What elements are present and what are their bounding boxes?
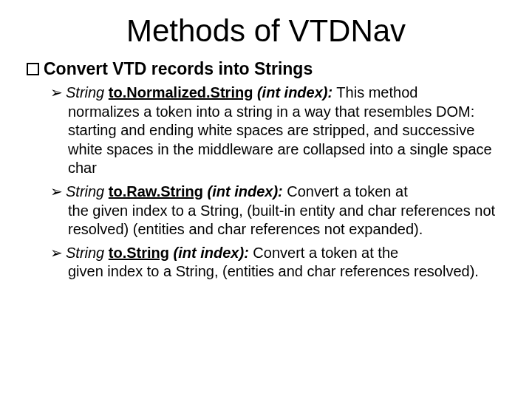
desc-body: given index to a String, (entities and c… bbox=[68, 262, 507, 282]
chevron-right-icon: ➢ bbox=[50, 244, 63, 263]
method-args: (int index): bbox=[169, 245, 249, 261]
list-item: ➢String to.Raw.String (int index): Conve… bbox=[50, 183, 507, 239]
return-type: String bbox=[66, 84, 109, 100]
list-item: ➢String to.String (int index): Convert a… bbox=[50, 244, 507, 282]
method-args: (int index): bbox=[253, 84, 332, 100]
return-type: String bbox=[66, 183, 109, 200]
hollow-square-icon bbox=[27, 63, 39, 75]
desc-lead: Convert a token at the bbox=[249, 245, 398, 261]
method-name: to.Normalized.String bbox=[109, 84, 253, 100]
method-name: to.String bbox=[109, 245, 169, 261]
return-type: String bbox=[66, 245, 109, 261]
section-heading: Convert VTD records into Strings bbox=[27, 59, 507, 79]
desc-body: normalizes a token into a string in a wa… bbox=[68, 103, 507, 178]
method-args: (int index): bbox=[203, 183, 283, 200]
chevron-right-icon: ➢ bbox=[50, 83, 63, 103]
desc-lead: This method bbox=[332, 84, 417, 100]
method-list: ➢String to.Normalized.String (int index)… bbox=[50, 83, 507, 282]
list-item: ➢String to.Normalized.String (int index)… bbox=[50, 83, 507, 178]
section-heading-text: Convert VTD records into Strings bbox=[44, 59, 313, 79]
method-name: to.Raw.String bbox=[109, 183, 203, 200]
chevron-right-icon: ➢ bbox=[50, 183, 63, 202]
desc-lead: Convert a token at bbox=[283, 183, 408, 200]
page-title: Methods of VTDNav bbox=[25, 13, 507, 49]
desc-body: the given index to a String, (built-in e… bbox=[68, 202, 507, 239]
